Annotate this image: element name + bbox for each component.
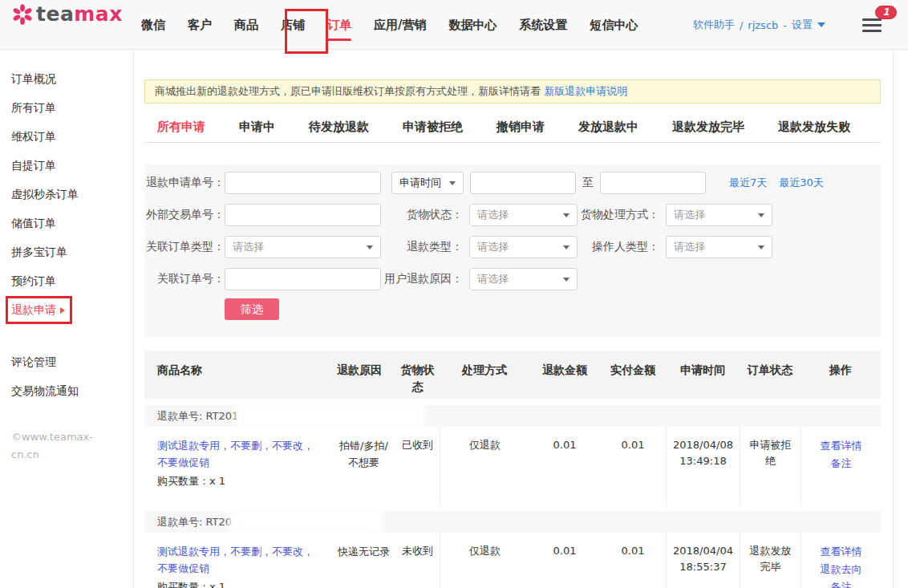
- col-actions: 操作: [801, 351, 881, 399]
- top-header: teamax 微信 客户 商品 店铺 订单 应用/营销 数据中心 系统设置 短信…: [0, 0, 908, 50]
- tab-applying[interactable]: 申请中: [239, 120, 275, 135]
- refund-group: 退款单号: RT201 测试退款专用，不要删，不要改，不要做促销 购买数量：x …: [144, 405, 881, 505]
- user-reason-select[interactable]: 请选择: [469, 268, 578, 290]
- dropdown-caret-icon: [563, 213, 570, 217]
- sidebar-item-flash-sale-orders[interactable]: 虚拟秒杀订单: [0, 180, 133, 209]
- active-arrow-icon: [60, 307, 65, 314]
- filter-submit-button[interactable]: 筛选: [225, 298, 279, 320]
- nav-item-wechat[interactable]: 微信: [130, 0, 176, 50]
- sidebar-item-rights-orders[interactable]: 维权订单: [0, 122, 133, 151]
- menu-hamburger-icon[interactable]: [862, 18, 882, 35]
- sidebar-item-logistics-notice[interactable]: 交易物流通知: [0, 376, 133, 405]
- content-right-border: [893, 50, 894, 588]
- goods-status: 未收到: [395, 533, 440, 588]
- refund-no-row: 退款单号: RT201: [144, 405, 881, 427]
- user-dash: -: [783, 19, 787, 31]
- sidebar-item-pickup-orders[interactable]: 自提订单: [0, 151, 133, 180]
- refund-amount: 0.01: [529, 427, 600, 505]
- last-7-days-link[interactable]: 最近7天: [729, 176, 767, 190]
- tab-refunding[interactable]: 发放退款中: [578, 120, 638, 135]
- remark-link[interactable]: 备注: [801, 455, 881, 472]
- sidebar-item-reservation-orders[interactable]: 预约订单: [0, 266, 133, 295]
- software-helper-link[interactable]: 软件助手: [693, 18, 735, 32]
- dropdown-caret-icon: [449, 181, 456, 185]
- settings-caret-icon[interactable]: [817, 22, 825, 27]
- nav-item-orders[interactable]: 订单: [316, 0, 363, 50]
- last-30-days-link[interactable]: 最近30天: [779, 176, 824, 190]
- notification-badge[interactable]: 1: [875, 6, 897, 19]
- col-refund-amount: 退款金额: [529, 351, 600, 399]
- table-row: 测试退款专用，不要删，不要改，不要做促销 购买数量：x 1 快递无记录 未收到 …: [144, 533, 881, 588]
- tab-pending-refund[interactable]: 待发放退款: [309, 120, 369, 135]
- purchase-quantity: 购买数量：x 1: [157, 579, 319, 588]
- dropdown-caret-icon: [758, 213, 764, 217]
- username-link[interactable]: rjzscb: [748, 19, 778, 31]
- flower-logo-icon: [11, 3, 34, 26]
- sidebar-item-pinduobao-orders[interactable]: 拼多宝订单: [0, 237, 133, 266]
- tab-all-applications[interactable]: 所有申请: [157, 120, 205, 135]
- filter-panel: 退款申请单号： 申请时间 至 最近7天 最近30天 外部交易单号： 货物状态： …: [144, 164, 881, 337]
- notice-link[interactable]: 新版退款申请说明: [544, 85, 627, 97]
- goods-status: 已收到: [395, 427, 440, 505]
- goods-method-label: 货物处理方式：: [578, 208, 666, 222]
- external-no-input[interactable]: [225, 204, 381, 226]
- nav-item-data-center[interactable]: 数据中心: [437, 0, 508, 50]
- tab-refund-failed[interactable]: 退款发放失败: [778, 120, 850, 135]
- nav-item-apps-marketing[interactable]: 应用/营销: [363, 0, 437, 50]
- nav-item-products[interactable]: 商品: [223, 0, 270, 50]
- table-row: 测试退款专用，不要删，不要改，不要做促销 购买数量：x 1 拍错/多拍/不想要 …: [144, 427, 881, 505]
- goods-method-select[interactable]: 请选择: [666, 204, 772, 226]
- col-product-name: 商品名称: [144, 351, 329, 399]
- settings-link[interactable]: 设置: [792, 18, 813, 32]
- user-reason-label: 用户退款原因：: [381, 272, 469, 286]
- refund-type-select[interactable]: 请选择: [469, 236, 578, 258]
- order-status: 退款发放完毕: [740, 533, 801, 588]
- nav-item-sms-center[interactable]: 短信中心: [578, 0, 649, 50]
- goods-status-select[interactable]: 请选择: [469, 204, 578, 226]
- date-to-input[interactable]: [600, 172, 706, 194]
- nav-item-system-settings[interactable]: 系统设置: [508, 0, 578, 50]
- order-type-select[interactable]: 请选择: [225, 236, 381, 258]
- operator-type-label: 操作人类型：: [578, 240, 666, 254]
- top-navigation: 微信 客户 商品 店铺 订单 应用/营销 数据中心 系统设置 短信中心: [130, 0, 649, 50]
- col-paid-amount: 实付金额: [600, 351, 666, 399]
- sidebar-item-order-overview[interactable]: 订单概况: [0, 64, 133, 93]
- order-no-input[interactable]: [225, 268, 381, 290]
- refund-table: 商品名称 退款原因 货物状态 处理方式 退款金额 实付金额 申请时间 订单状态 …: [144, 351, 881, 588]
- sidebar-item-refund-applications[interactable]: 退款申请: [0, 295, 133, 324]
- col-method: 处理方式: [440, 351, 529, 399]
- tab-refund-complete[interactable]: 退款发放完毕: [672, 120, 744, 135]
- nav-item-customers[interactable]: 客户: [176, 0, 223, 50]
- refund-destination-link[interactable]: 退款去向: [801, 561, 881, 578]
- refund-no-text: 退款单号: RT20: [157, 515, 232, 529]
- status-tabs: 所有申请 申请中 待发放退款 申请被拒绝 撤销申请 发放退款中 退款发放完毕 退…: [144, 112, 881, 143]
- date-from-input[interactable]: [470, 172, 576, 194]
- view-details-link[interactable]: 查看详情: [801, 437, 881, 455]
- time-type-select[interactable]: 申请时间: [391, 172, 464, 194]
- external-no-label: 外部交易单号：: [144, 208, 225, 222]
- remark-link[interactable]: 备注: [801, 578, 881, 588]
- tab-rejected[interactable]: 申请被拒绝: [403, 120, 463, 135]
- date-to-label: 至: [582, 176, 594, 190]
- goods-status-label: 货物状态：: [381, 208, 469, 222]
- refund-group: 退款单号: RT20 测试退款专用，不要删，不要改，不要做促销 购买数量：x 1…: [144, 511, 881, 588]
- user-separator: /: [740, 19, 743, 31]
- sidebar-item-all-orders[interactable]: 所有订单: [0, 93, 133, 122]
- refund-type-label: 退款类型：: [381, 240, 469, 254]
- redacted-blur-patch: [233, 513, 378, 530]
- col-goods-status: 货物状态: [395, 351, 440, 399]
- refund-no-input[interactable]: [225, 172, 381, 194]
- table-header-row: 商品名称 退款原因 货物状态 处理方式 退款金额 实付金额 申请时间 订单状态 …: [144, 351, 881, 399]
- nav-item-shop[interactable]: 店铺: [270, 0, 316, 50]
- refund-no-label: 退款申请单号：: [144, 176, 225, 190]
- sidebar-item-comment-management[interactable]: 评论管理: [0, 347, 133, 376]
- view-details-link[interactable]: 查看详情: [801, 543, 881, 561]
- sidebar-item-stored-value-orders[interactable]: 储值订单: [0, 209, 133, 237]
- product-name-link[interactable]: 测试退款专用，不要删，不要改，不要做促销: [157, 543, 319, 577]
- operator-type-select[interactable]: 请选择: [666, 236, 772, 258]
- tab-withdrawn[interactable]: 撤销申请: [497, 120, 545, 135]
- col-order-status: 订单状态: [740, 351, 801, 399]
- apply-time: 2018/04/08 13:49:18: [666, 427, 740, 505]
- order-no-label: 关联订单号：: [144, 272, 225, 286]
- product-name-link[interactable]: 测试退款专用，不要删，不要改，不要做促销: [157, 437, 319, 471]
